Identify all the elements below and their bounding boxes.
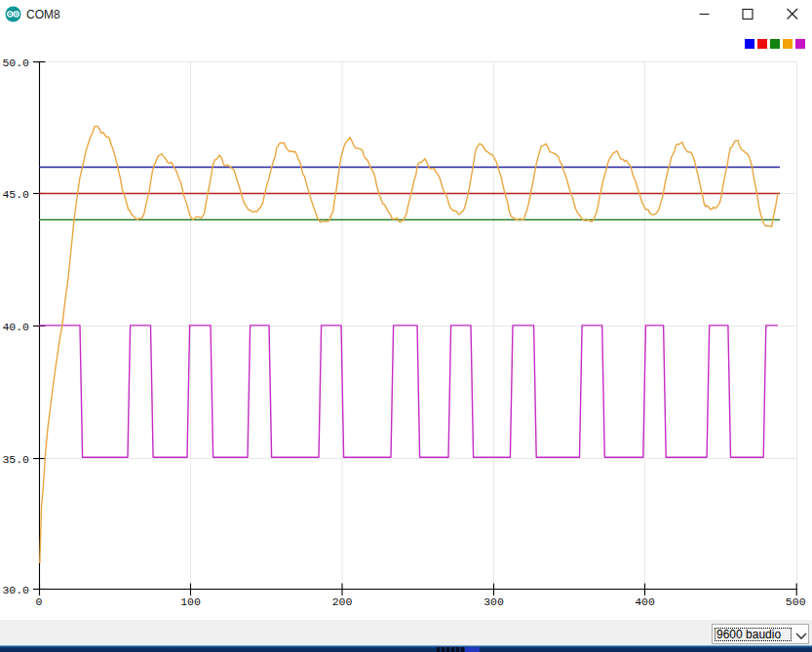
svg-text:35.0: 35.0 (2, 453, 29, 466)
svg-text:200: 200 (332, 595, 353, 608)
svg-text:300: 300 (483, 595, 504, 608)
svg-text:400: 400 (635, 595, 655, 608)
svg-text:0: 0 (36, 595, 43, 608)
svg-text:30.0: 30.0 (2, 584, 29, 596)
svg-text:40.0: 40.0 (2, 321, 29, 333)
svg-text:50.0: 50.0 (2, 57, 29, 69)
svg-text:45.0: 45.0 (2, 188, 29, 201)
svg-text:500: 500 (786, 595, 806, 608)
svg-text:100: 100 (180, 595, 201, 608)
